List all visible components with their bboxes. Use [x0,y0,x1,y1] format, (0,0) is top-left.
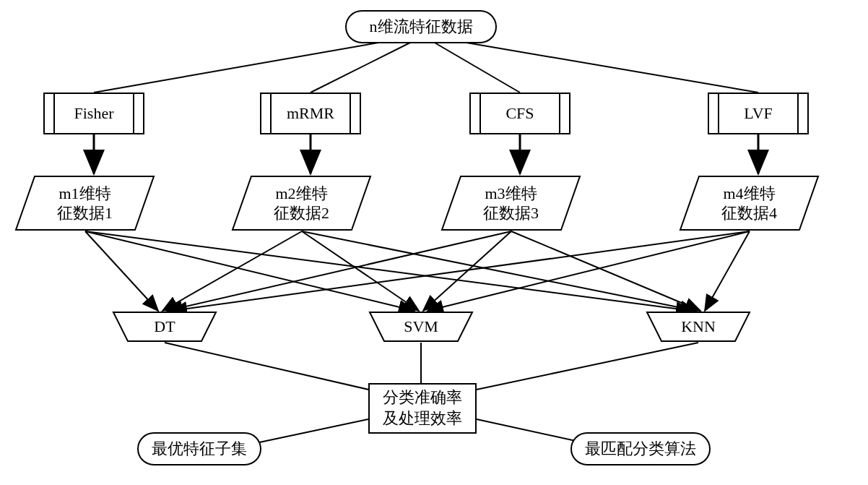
method-label: Fisher [74,104,114,123]
method-label: LVF [744,104,773,123]
svg-line-14 [167,231,511,311]
method-cfs: CFS [469,93,570,134]
feature-line1: m2维特 [275,184,327,204]
output-right-label: 最匹配分类算法 [585,438,696,460]
svg-line-23 [249,419,368,445]
feature-line2: 征数据4 [721,203,777,223]
classifier-label: DT [154,317,175,336]
feature-line1: m1维特 [58,184,110,204]
classifier-label: SVM [404,317,438,336]
svg-line-13 [302,231,696,311]
svg-line-2 [433,42,520,93]
feature-line1: m4维特 [723,184,775,204]
output-best-subset: 最优特征子集 [137,432,261,465]
feature-line2: 征数据2 [274,203,329,223]
svg-line-8 [85,231,158,311]
method-label: mRMR [287,104,334,123]
input-data-label: n维流特征数据 [370,16,473,38]
svg-line-10 [85,231,692,311]
feature-data-4: m4维特征数据4 [679,175,820,231]
feature-data-2: m2维特征数据2 [231,175,372,231]
method-lvf: LVF [708,93,809,134]
method-label: CFS [505,104,534,123]
svg-line-20 [165,343,372,390]
svg-line-19 [705,231,750,311]
output-left-label: 最优特征子集 [152,438,247,460]
svg-line-15 [423,231,511,311]
result-box: 分类准确率 及处理效率 [368,383,477,434]
svg-line-18 [428,231,750,311]
feature-line1: m3维特 [485,184,537,204]
classifier-dt: DT [112,311,217,343]
svg-line-11 [162,231,302,311]
svg-line-16 [511,231,700,311]
feature-line2: 征数据1 [57,203,113,223]
svg-line-22 [473,343,698,390]
method-mrmr: mRMR [260,93,361,134]
classifier-knn: KNN [646,311,751,343]
feature-data-1: m1维特征数据1 [14,175,155,231]
feature-line2: 征数据3 [483,203,539,223]
classifier-svm: SVM [368,311,474,343]
input-data-node: n维流特征数据 [345,10,497,43]
result-line1: 分类准确率 [383,387,462,408]
svg-line-1 [311,42,412,93]
feature-data-3: m3维特征数据3 [440,175,581,231]
method-fisher: Fisher [43,93,144,134]
svg-line-0 [94,42,383,93]
result-line2: 及处理效率 [383,408,462,429]
svg-line-12 [302,231,419,311]
output-best-classifier: 最匹配分类算法 [570,432,711,465]
svg-line-17 [171,231,750,311]
classifier-label: KNN [681,317,716,336]
svg-line-3 [462,42,758,93]
svg-line-9 [85,231,415,311]
